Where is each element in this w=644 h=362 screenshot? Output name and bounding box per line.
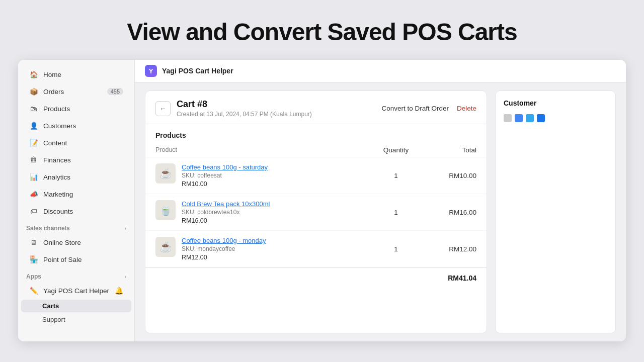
table-row: ☕ Coffee beans 100g - monday SKU: monday… <box>145 231 487 267</box>
product-name-link[interactable]: Coffee beans 100g - saturday <box>182 163 268 171</box>
sidebar-sub-item-carts[interactable]: Carts <box>21 300 131 312</box>
product-rows: ☕ Coffee beans 100g - saturday SKU: coff… <box>145 157 487 267</box>
col-header-product: Product <box>155 146 366 154</box>
product-price: RM12.00 <box>182 254 266 261</box>
grand-total-value: RM41.04 <box>448 274 476 282</box>
sidebar-item-customers[interactable]: 👤 Customers <box>21 118 131 134</box>
sales-channels-section: Sales channels › <box>18 220 134 234</box>
sidebar-item-content[interactable]: 📝 Content <box>21 135 131 151</box>
customer-loading <box>504 114 607 122</box>
product-quantity: 1 <box>366 245 426 253</box>
apps-chevron: › <box>124 274 126 280</box>
cart-area: ← Cart #8 Created at 13 Jul, 2024, 04:57… <box>135 82 626 341</box>
product-total: RM12.00 <box>426 245 476 253</box>
table-row: ☕ Coffee beans 100g - saturday SKU: coff… <box>145 157 487 194</box>
marketing-icon: 📣 <box>29 190 38 199</box>
convert-to-draft-button[interactable]: Convert to Draft Order <box>381 105 449 112</box>
bell-icon: 🔔 <box>115 287 123 295</box>
product-thumb: ☕ <box>155 237 176 257</box>
products-heading: Products <box>145 124 487 143</box>
product-info: Coffee beans 100g - monday SKU: mondayco… <box>182 237 266 261</box>
product-cell: 🍵 Cold Brew Tea pack 10x300ml SKU: coldb… <box>155 200 366 224</box>
yagi-app-icon: ✏️ <box>29 286 38 295</box>
product-sku: SKU: coldbrewtea10x <box>182 209 270 216</box>
products-icon: 🛍 <box>29 104 38 113</box>
app-icon: Y <box>145 65 157 77</box>
page-hero-title: View and Convert Saved POS Carts <box>0 0 644 60</box>
customer-panel: Customer <box>495 90 616 333</box>
topbar-title: Yagi POS Cart Helper <box>162 67 233 75</box>
customer-panel-title: Customer <box>504 99 607 107</box>
product-total: RM10.00 <box>426 172 476 179</box>
cart-header-actions: Convert to Draft Order Delete <box>381 105 476 112</box>
app-window: 🏠 Home 📦 Orders 455 🛍 Products 👤 Custome… <box>18 60 626 341</box>
sidebar-item-home[interactable]: 🏠 Home <box>21 66 131 82</box>
product-quantity: 1 <box>366 209 426 216</box>
product-price: RM16.00 <box>182 217 270 224</box>
product-sku: SKU: coffeesat <box>182 172 268 179</box>
sidebar: 🏠 Home 📦 Orders 455 🛍 Products 👤 Custome… <box>18 60 135 341</box>
orders-icon: 📦 <box>29 87 38 96</box>
product-name-link[interactable]: Cold Brew Tea pack 10x300ml <box>182 200 270 208</box>
main-content: Y Yagi POS Cart Helper ← Cart #8 Created… <box>135 60 626 341</box>
sidebar-item-online-store[interactable]: 🖥 Online Store <box>21 234 131 250</box>
product-cell: ☕ Coffee beans 100g - saturday SKU: coff… <box>155 163 366 188</box>
sidebar-item-finances[interactable]: 🏛 Finances <box>21 152 131 168</box>
product-cell: ☕ Coffee beans 100g - monday SKU: monday… <box>155 237 366 261</box>
sidebar-item-discounts[interactable]: 🏷 Discounts <box>21 203 131 219</box>
content-icon: 📝 <box>29 138 38 147</box>
online-store-icon: 🖥 <box>29 238 38 247</box>
loading-dot-2 <box>515 114 523 122</box>
orders-badge: 455 <box>107 88 123 95</box>
loading-dot-1 <box>504 114 512 122</box>
sidebar-item-orders[interactable]: 📦 Orders 455 <box>21 83 131 100</box>
apps-section: Apps › <box>18 268 134 282</box>
product-price: RM10.00 <box>182 180 268 188</box>
cart-title: Cart #8 <box>177 99 312 110</box>
sidebar-item-yagi-pos[interactable]: ✏️ Yagi POS Cart Helper 🔔 <box>21 283 131 299</box>
table-row: 🍵 Cold Brew Tea pack 10x300ml SKU: coldb… <box>145 194 487 231</box>
product-thumb: ☕ <box>155 163 176 184</box>
product-sku: SKU: mondaycoffee <box>182 245 266 252</box>
sidebar-item-products[interactable]: 🛍 Products <box>21 101 131 117</box>
cart-header-left: ← Cart #8 Created at 13 Jul, 2024, 04:57… <box>155 99 312 118</box>
sidebar-item-point-of-sale[interactable]: 🏪 Point of Sale <box>21 251 131 267</box>
loading-dot-4 <box>537 114 545 122</box>
finances-icon: 🏛 <box>29 155 38 164</box>
discounts-icon: 🏷 <box>29 207 38 216</box>
sidebar-item-analytics[interactable]: 📊 Analytics <box>21 169 131 185</box>
products-section: Products Product Quantity Total ☕ Coffee… <box>145 124 487 333</box>
product-total: RM16.00 <box>426 209 476 216</box>
sales-channels-chevron: › <box>124 225 126 231</box>
cart-subtitle: Created at 13 Jul, 2024, 04:57 PM (Kuala… <box>177 111 312 118</box>
pos-icon: 🏪 <box>29 255 38 264</box>
sidebar-sub-item-support[interactable]: Support <box>21 313 131 326</box>
back-button[interactable]: ← <box>155 101 171 116</box>
analytics-icon: 📊 <box>29 172 38 182</box>
loading-dot-3 <box>526 114 534 122</box>
col-header-quantity: Quantity <box>366 146 426 154</box>
delete-button[interactable]: Delete <box>457 105 476 112</box>
table-header: Product Quantity Total <box>145 143 487 157</box>
customers-icon: 👤 <box>29 121 38 130</box>
cart-title-block: Cart #8 Created at 13 Jul, 2024, 04:57 P… <box>177 99 312 118</box>
col-header-total: Total <box>426 146 476 154</box>
product-info: Coffee beans 100g - saturday SKU: coffee… <box>182 163 268 188</box>
cart-main-panel: ← Cart #8 Created at 13 Jul, 2024, 04:57… <box>145 90 487 333</box>
cart-header: ← Cart #8 Created at 13 Jul, 2024, 04:57… <box>145 91 487 124</box>
sidebar-item-marketing[interactable]: 📣 Marketing <box>21 186 131 202</box>
product-info: Cold Brew Tea pack 10x300ml SKU: coldbre… <box>182 200 270 224</box>
product-thumb: 🍵 <box>155 200 176 220</box>
grand-total-row: RM41.04 <box>145 267 487 288</box>
product-name-link[interactable]: Coffee beans 100g - monday <box>182 237 266 244</box>
topbar: Y Yagi POS Cart Helper <box>135 60 626 82</box>
product-quantity: 1 <box>366 172 426 179</box>
home-icon: 🏠 <box>29 70 38 79</box>
